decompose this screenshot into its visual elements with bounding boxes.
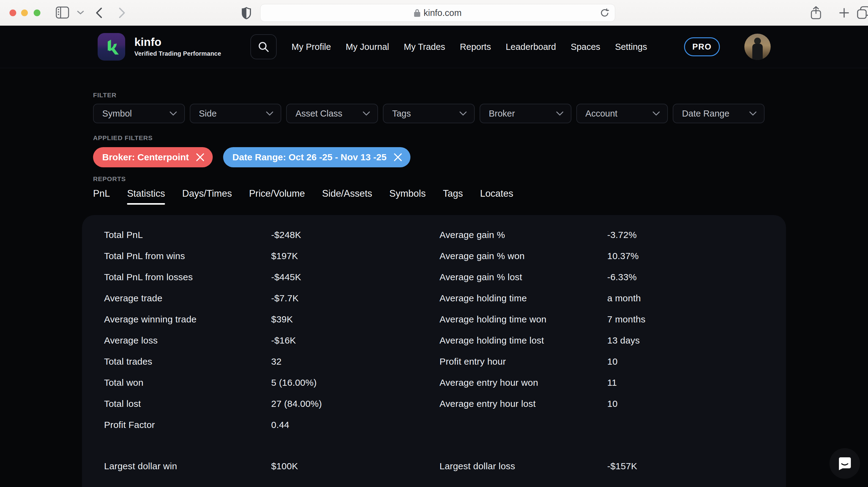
sidebar-chevron-down-icon[interactable]: [77, 10, 84, 15]
search-button[interactable]: [250, 34, 277, 59]
back-button-icon[interactable]: [95, 7, 102, 18]
nav-item-settings[interactable]: Settings: [615, 42, 647, 52]
new-tab-icon[interactable]: [839, 8, 849, 18]
window-close-button[interactable]: [9, 9, 16, 16]
stat-label: Average entry hour lost: [439, 399, 607, 409]
reports-section-label: REPORTS: [93, 175, 765, 183]
filter-dropdown-asset-class[interactable]: Asset Class: [286, 104, 378, 123]
nav-item-spaces[interactable]: Spaces: [571, 42, 600, 52]
dropdown-label: Asset Class: [296, 108, 342, 119]
pro-badge[interactable]: PRO: [684, 37, 720, 56]
tab-days-times[interactable]: Days/Times: [182, 188, 232, 205]
stat-label: Largest dollar loss: [439, 461, 607, 472]
stat-label: Average entry hour won: [439, 378, 607, 388]
remove-filter-icon[interactable]: [393, 153, 402, 162]
stat-value: 7 months: [607, 314, 768, 325]
stat-value: -$445K: [271, 272, 439, 282]
stat-label: Profit Factor: [104, 420, 271, 430]
statistics-card: Total PnL-$248KAverage gain %-3.72%Total…: [82, 215, 786, 487]
applied-chip-row: Broker: CenterpointDate Range: Oct 26 -2…: [93, 147, 765, 167]
kinfo-logo[interactable]: [98, 33, 125, 61]
stat-label: Average gain % lost: [439, 272, 607, 282]
filter-dropdown-tags[interactable]: Tags: [383, 104, 475, 123]
tab-statistics[interactable]: Statistics: [127, 188, 165, 205]
search-icon: [257, 41, 270, 53]
brand-text[interactable]: kinfo Verified Trading Performance: [134, 36, 221, 58]
dropdown-label: Side: [199, 108, 217, 119]
tab-label: Symbols: [389, 188, 426, 199]
filter-dropdown-row: SymbolSideAsset ClassTagsBrokerAccountDa…: [93, 104, 765, 123]
address-url: kinfo.com: [424, 8, 462, 18]
applied-filter-chip[interactable]: Broker: Centerpoint: [93, 147, 213, 167]
stat-value: $39K: [271, 314, 439, 325]
filter-dropdown-date-range[interactable]: Date Range: [673, 104, 765, 123]
stat-row: Total PnL-$248KAverage gain %-3.72%: [104, 224, 768, 245]
chat-launcher-button[interactable]: [830, 448, 860, 479]
filter-dropdown-symbol[interactable]: Symbol: [93, 104, 185, 123]
site-header: kinfo Verified Trading Performance My Pr…: [0, 26, 868, 68]
stat-value: a month: [607, 293, 768, 303]
tab-active-underline: [389, 203, 426, 205]
tab-tags[interactable]: Tags: [443, 188, 463, 205]
forward-button-icon[interactable]: [119, 7, 125, 18]
chat-bubble-icon: [837, 456, 852, 471]
tab-price-volume[interactable]: Price/Volume: [249, 188, 305, 205]
user-avatar[interactable]: [744, 34, 771, 60]
stat-row: Total trades32Profit entry hour10: [104, 351, 768, 372]
window-zoom-button[interactable]: [34, 9, 40, 16]
nav-item-my-profile[interactable]: My Profile: [291, 42, 331, 52]
stat-value: $197K: [271, 251, 439, 261]
chevron-down-icon: [266, 111, 273, 116]
ssl-lock-icon: [414, 8, 421, 17]
tab-active-underline: [443, 203, 463, 205]
applied-filter-chip[interactable]: Date Range: Oct 26 -25 - Nov 13 -25: [223, 147, 410, 167]
stat-row: Average trade-$7.7KAverage holding timea…: [104, 288, 768, 309]
address-bar[interactable]: kinfo.com: [260, 4, 615, 22]
nav-item-my-journal[interactable]: My Journal: [345, 42, 389, 52]
remove-filter-icon[interactable]: [195, 153, 205, 162]
stat-row: Total PnL from losses-$445KAverage gain …: [104, 266, 768, 288]
filter-dropdown-side[interactable]: Side: [190, 104, 282, 123]
stat-value: 10: [607, 399, 768, 409]
reload-icon[interactable]: [600, 8, 609, 18]
tab-label: Price/Volume: [249, 188, 305, 199]
filter-dropdown-account[interactable]: Account: [576, 104, 668, 123]
stat-value: -$157K: [607, 461, 768, 472]
nav-item-my-trades[interactable]: My Trades: [404, 42, 445, 52]
stat-value: 32: [271, 356, 439, 367]
brand-tagline: Verified Trading Performance: [134, 50, 221, 57]
filter-section-label: FILTER: [93, 68, 765, 99]
tab-pnl[interactable]: PnL: [93, 188, 110, 205]
applied-filters-label: APPLIED FILTERS: [93, 134, 765, 142]
chevron-down-icon: [363, 111, 370, 116]
window-minimize-button[interactable]: [21, 9, 28, 16]
stat-bottom-rows: Largest dollar win$100KLargest dollar lo…: [104, 455, 768, 477]
tab-overview-icon[interactable]: [857, 6, 868, 20]
stat-label: Average trade: [104, 293, 271, 303]
chevron-down-icon: [653, 111, 660, 116]
nav-item-leaderboard[interactable]: Leaderboard: [506, 42, 556, 52]
report-tab-row: PnLStatisticsDays/TimesPrice/VolumeSide/…: [93, 188, 765, 205]
stat-label: Total trades: [104, 356, 271, 367]
stat-label: Average holding time won: [439, 314, 607, 325]
share-icon[interactable]: [810, 6, 822, 20]
stat-value: -3.72%: [607, 230, 768, 240]
tab-label: Statistics: [127, 188, 165, 199]
stat-label: Total PnL: [104, 230, 271, 240]
page-content: FILTER SymbolSideAsset ClassTagsBrokerAc…: [0, 68, 868, 487]
tab-label: Locates: [480, 188, 513, 199]
stat-row: Total PnL from wins$197KAverage gain % w…: [104, 245, 768, 266]
stat-label: Profit entry hour: [439, 356, 607, 367]
nav-item-reports[interactable]: Reports: [460, 42, 491, 52]
tab-locates[interactable]: Locates: [480, 188, 513, 205]
stat-row: Average loss-$16KAverage holding time lo…: [104, 330, 768, 351]
filter-dropdown-broker[interactable]: Broker: [479, 104, 571, 123]
tab-symbols[interactable]: Symbols: [389, 188, 426, 205]
stat-row: Largest dollar win$100KLargest dollar lo…: [104, 455, 768, 477]
privacy-shield-icon[interactable]: [241, 7, 252, 20]
tab-label: PnL: [93, 188, 110, 199]
stat-label: Total won: [104, 378, 271, 388]
tab-side-assets[interactable]: Side/Assets: [322, 188, 372, 205]
stat-value: 11: [607, 378, 768, 388]
sidebar-toggle-icon[interactable]: [56, 6, 69, 19]
